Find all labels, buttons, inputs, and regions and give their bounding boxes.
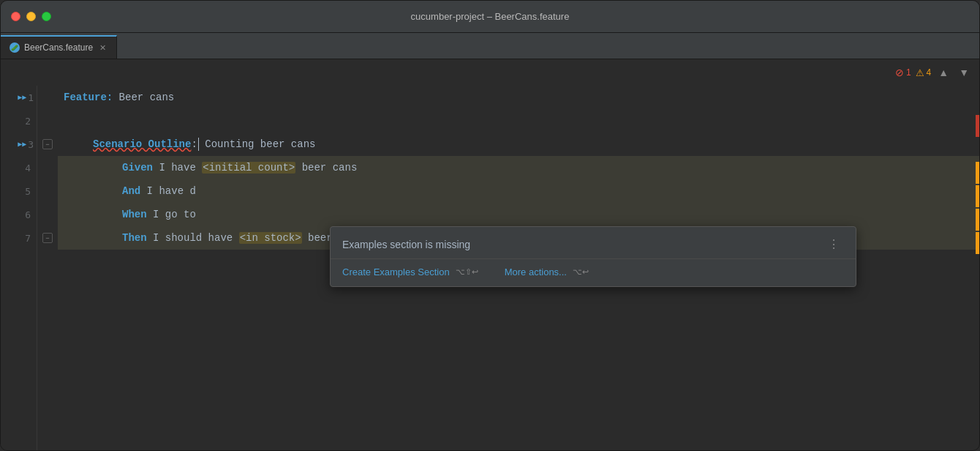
warning-icon: ⚠ (916, 67, 924, 78)
given-keyword: Given (122, 162, 153, 174)
navigate-down-button[interactable]: ▼ (956, 65, 972, 80)
line-num-6: 6 (25, 209, 31, 220)
create-examples-shortcut: ⌥⇧↩ (456, 267, 478, 277)
more-actions-shortcut: ⌥↩ (573, 267, 589, 277)
fold-icon-3[interactable]: − (42, 139, 53, 149)
gutter-row-7: − (37, 226, 58, 250)
error-count: 1 (906, 67, 911, 78)
feature-keyword: Feature: (64, 92, 113, 103)
tab-label: BeerCans.feature (24, 42, 93, 53)
given-placeholder: <initial count> (202, 162, 295, 174)
editor-body: ▶▶ 1 2 ▶▶ 3 4 5 (1, 59, 979, 450)
code-line-3: Scenario Outline: Counting beer cans (58, 133, 979, 156)
editor-container: ⊘ 1 ⚠ 4 ▲ ▼ ▶▶ 1 2 (1, 59, 979, 450)
popup-actions: Create Examples Section ⌥⇧↩ More actions… (331, 259, 856, 286)
traffic-lights (11, 12, 51, 21)
file-tab[interactable]: 🥒 BeerCans.feature ✕ (1, 35, 117, 59)
fold-icon-7[interactable]: − (42, 233, 53, 243)
maximize-button[interactable] (42, 12, 51, 21)
gutter-row-5 (37, 179, 58, 203)
gutter: − − (37, 86, 58, 450)
gutter-row-1 (37, 86, 58, 109)
error-badge: ⊘ 1 (895, 67, 911, 78)
gutter-row-6 (37, 203, 58, 226)
line-num-5: 5 (25, 186, 31, 197)
when-text: I go to (147, 209, 196, 220)
tab-icon: 🥒 (10, 42, 20, 53)
close-button[interactable] (11, 12, 20, 21)
when-keyword: When (122, 209, 147, 220)
warning-badge: ⚠ 4 (916, 67, 932, 78)
right-gutter (975, 112, 979, 450)
gutter-row-3: − (37, 133, 58, 156)
line-number-3: ▶▶ 3 (1, 133, 37, 156)
run-icon-3[interactable]: ▶▶ (18, 140, 26, 149)
then-placeholder: <in stock> (239, 232, 302, 244)
given-text: I have (153, 162, 202, 174)
scenario-colon: : (191, 138, 197, 150)
warning-marker-4 (976, 185, 979, 207)
and-keyword: And (122, 185, 140, 197)
line-number-5: 5 (1, 179, 37, 203)
window-title: cucumber-project – BeerCans.feature (411, 11, 570, 22)
create-examples-action[interactable]: Create Examples Section ⌥⇧↩ (342, 266, 478, 277)
create-examples-label: Create Examples Section (342, 266, 450, 277)
line-num-3: 3 (28, 139, 34, 150)
line-number-2: 2 (1, 109, 37, 133)
code-line-4: Given I have <initial count> beer cans (58, 156, 979, 179)
then-text: I should have (147, 232, 239, 244)
code-line-2 (58, 109, 979, 133)
main-window: cucumber-project – BeerCans.feature 🥒 Be… (0, 0, 980, 451)
line-number-7: 7 (1, 226, 37, 250)
navigate-up-button[interactable]: ▲ (935, 65, 951, 80)
given-rest: beer cans (295, 162, 357, 174)
line-num-1: 1 (28, 92, 34, 103)
scenario-keyword: Scenario Outline (93, 138, 191, 150)
feature-text: Beer cans (113, 92, 174, 103)
titlebar: cucumber-project – BeerCans.feature (1, 1, 979, 33)
tabbar: 🥒 BeerCans.feature ✕ (1, 33, 979, 59)
line-num-2: 2 (25, 116, 31, 127)
minimize-button[interactable] (26, 12, 36, 21)
code-line-5: And I have d (58, 179, 979, 203)
code-area[interactable]: Feature: Beer cans Scenario Outline: Cou… (58, 86, 979, 450)
line-num-4: 4 (25, 163, 31, 174)
code-line-1: Feature: Beer cans (58, 86, 979, 109)
popup-menu-button[interactable]: ⋮ (823, 236, 844, 253)
warning-count: 4 (927, 67, 932, 78)
warning-marker-3 (976, 162, 979, 184)
more-actions-action[interactable]: More actions... ⌥↩ (505, 266, 589, 277)
tab-close-button[interactable]: ✕ (97, 42, 108, 53)
scenario-text: Counting beer cans (199, 138, 316, 150)
error-marker-1 (976, 115, 979, 137)
line-numbers: ▶▶ 1 2 ▶▶ 3 4 5 (1, 86, 37, 450)
and-text: I have d (140, 185, 196, 197)
then-keyword: Then (122, 232, 147, 244)
line-number-6: 6 (1, 203, 37, 226)
line-number-4: 4 (1, 156, 37, 179)
quick-fix-popup: Examples section is missing ⋮ Create Exa… (330, 226, 856, 287)
popup-title: Examples section is missing (342, 239, 470, 250)
warning-marker-5 (976, 209, 979, 231)
run-icon-1[interactable]: ▶▶ (18, 93, 26, 102)
line-num-7: 7 (25, 233, 31, 244)
line-number-1: ▶▶ 1 (1, 86, 37, 109)
error-icon: ⊘ (895, 67, 904, 78)
warning-marker-6 (976, 232, 979, 254)
gutter-row-4 (37, 156, 58, 179)
gutter-row-2 (37, 109, 58, 133)
more-actions-label: More actions... (505, 266, 567, 277)
code-line-6: When I go to (58, 203, 979, 226)
popup-header: Examples section is missing ⋮ (331, 227, 856, 259)
editor-toolbar: ⊘ 1 ⚠ 4 ▲ ▼ (895, 59, 979, 86)
